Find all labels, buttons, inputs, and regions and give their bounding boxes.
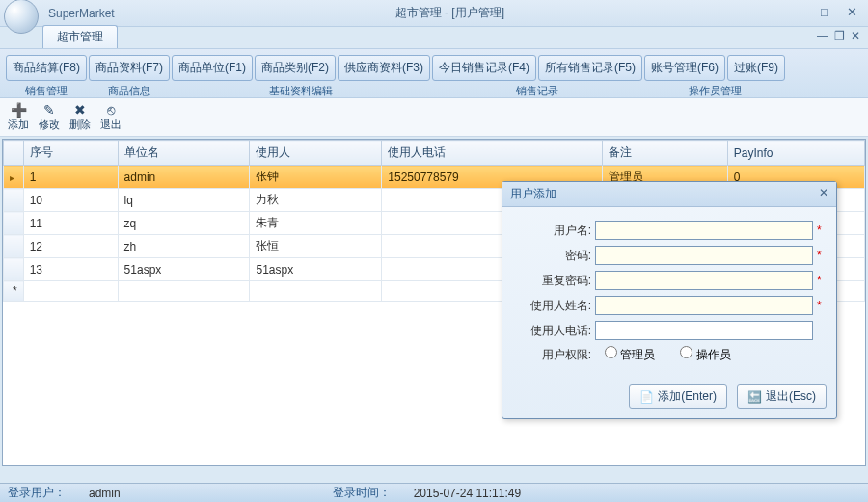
toolbar-exit-label: 退出 (100, 118, 122, 132)
ribbon-button[interactable]: 账号管理(F6) (644, 55, 725, 81)
ribbon-button[interactable]: 商品资料(F7) (89, 55, 170, 81)
required-mark: * (817, 224, 827, 237)
add-icon: 📄 (639, 390, 654, 404)
toolbar-edit-label: 修改 (39, 118, 60, 132)
dialog-exit-button[interactable]: 🔙 退出(Esc) (737, 384, 827, 409)
ribbon-button[interactable]: 商品单位(F1) (172, 55, 253, 81)
ribbon-button[interactable]: 所有销售记录(F5) (538, 55, 642, 81)
mdi-controls: — ❐ ✕ (817, 29, 860, 42)
toolbar-edit[interactable]: ✎ 修改 (39, 102, 60, 132)
input-phone[interactable] (595, 321, 813, 340)
ribbon-group-label: 基础资料编辑 (269, 84, 333, 98)
ribbon-button[interactable]: 供应商资料(F3) (338, 55, 430, 81)
required-mark: * (817, 249, 827, 262)
ribbon-group-label: 操作员管理 (689, 84, 742, 98)
column-header[interactable]: 序号 (23, 141, 118, 166)
radio-admin[interactable]: 管理员 (605, 346, 655, 363)
label-password2: 重复密码: (512, 273, 595, 289)
window-title: 超市管理 - [用户管理] (115, 5, 785, 21)
dialog-title: 用户添加 (510, 186, 556, 202)
ribbon-button[interactable]: 商品类别(F2) (255, 55, 336, 81)
dialog-close-icon[interactable]: ✕ (819, 186, 828, 202)
input-username[interactable] (595, 221, 813, 240)
mdi-restore[interactable]: ❐ (834, 29, 845, 42)
close-button[interactable]: ✕ (839, 5, 864, 22)
column-header[interactable]: 单位名 (118, 141, 250, 166)
mdi-minimize[interactable]: — (817, 29, 828, 42)
edit-icon: ✎ (41, 102, 57, 118)
label-role: 用户权限: (512, 347, 595, 363)
minimize-button[interactable]: — (785, 5, 810, 22)
radio-operator[interactable]: 操作员 (680, 346, 730, 363)
ribbon-group: 商品结算(F8)销售管理 (6, 55, 87, 97)
toolbar-exit[interactable]: ⎋ 退出 (100, 102, 122, 132)
exit-icon: 🔙 (747, 390, 762, 404)
add-icon: ➕ (11, 102, 26, 118)
ribbon-group: 商品单位(F1)商品类别(F2)供应商资料(F3)基础资料编辑 (172, 55, 430, 97)
titlebar: SuperMarket 超市管理 - [用户管理] — □ ✕ (0, 0, 868, 27)
app-name: SuperMarket (48, 7, 115, 20)
toolbar: ➕ 添加 ✎ 修改 ✖ 删除 ⎋ 退出 (0, 98, 868, 137)
maximize-button[interactable]: □ (812, 5, 837, 22)
app-orb[interactable] (4, 0, 39, 34)
status-time-value: 2015-07-24 11:11:49 (414, 487, 521, 500)
status-user-label: 登录用户： (8, 485, 66, 501)
delete-icon: ✖ (72, 102, 88, 118)
toolbar-delete-label: 删除 (69, 118, 91, 132)
statusbar: 登录用户： admin 登录时间： 2015-07-24 11:11:49 (0, 483, 868, 502)
column-header[interactable]: PayInfo (727, 141, 864, 166)
column-header[interactable]: 使用人 (250, 141, 382, 166)
column-header[interactable]: 使用人电话 (382, 141, 603, 166)
toolbar-delete[interactable]: ✖ 删除 (69, 102, 91, 132)
ribbon-group: 今日销售记录(F4)所有销售记录(F5)销售记录 (432, 55, 642, 97)
tab-strip: 超市管理 (0, 27, 868, 48)
ribbon-group-label: 销售记录 (516, 84, 558, 98)
label-username: 用户名: (512, 223, 595, 239)
label-password: 密码: (512, 248, 595, 264)
ribbon-button[interactable]: 过账(F9) (727, 55, 785, 81)
required-mark: * (817, 274, 827, 287)
add-user-dialog: 用户添加 ✕ 用户名: * 密码: * 重复密码: * 使用人姓名: * 使用人… (502, 181, 837, 419)
label-phone: 使用人电话: (512, 323, 595, 339)
input-realname[interactable] (595, 296, 813, 315)
label-realname: 使用人姓名: (512, 298, 595, 314)
ribbon-button[interactable]: 今日销售记录(F4) (432, 55, 536, 81)
ribbon-group-label: 销售管理 (25, 84, 68, 98)
toolbar-add-label: 添加 (8, 118, 29, 132)
column-header[interactable]: 备注 (603, 141, 728, 166)
input-password2[interactable] (595, 271, 813, 290)
status-user-value: admin (89, 487, 121, 500)
ribbon-group: 商品资料(F7)商品信息 (89, 55, 170, 97)
ribbon-group-label: 商品信息 (108, 84, 150, 98)
required-mark: * (817, 299, 827, 312)
dialog-titlebar[interactable]: 用户添加 ✕ (502, 182, 836, 207)
input-password[interactable] (595, 246, 813, 265)
mdi-close[interactable]: ✕ (851, 29, 860, 42)
ribbon-button[interactable]: 商品结算(F8) (6, 55, 87, 81)
toolbar-add[interactable]: ➕ 添加 (8, 102, 29, 132)
ribbon: 商品结算(F8)销售管理商品资料(F7)商品信息商品单位(F1)商品类别(F2)… (0, 48, 868, 98)
status-time-label: 登录时间： (333, 485, 391, 501)
dialog-add-button[interactable]: 📄 添加(Enter) (629, 384, 727, 409)
ribbon-group: 账号管理(F6)过账(F9)操作员管理 (644, 55, 785, 97)
exit-icon: ⎋ (103, 102, 119, 118)
tab-main[interactable]: 超市管理 (42, 25, 118, 48)
